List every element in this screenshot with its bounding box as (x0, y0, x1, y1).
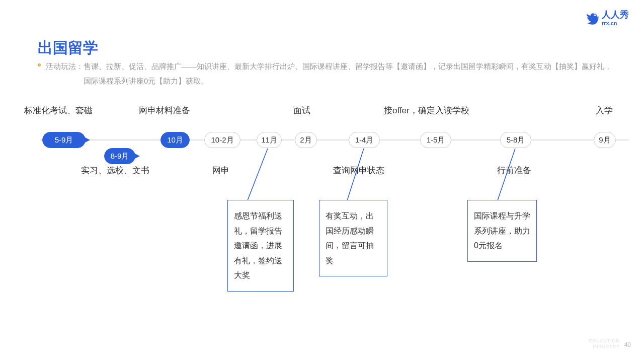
footer-line-1: EDUCATION (589, 338, 620, 344)
node-7: 1-4月 (349, 132, 380, 148)
bird-icon (586, 11, 600, 25)
node-9: 5-8月 (500, 132, 531, 148)
node-3: 10月 (160, 132, 190, 148)
callout-1: 感恩节福利送礼，留学报告邀请函，进展有礼，签约送大奖 (227, 200, 294, 292)
logo-sub-text: rrx.cn (602, 20, 629, 26)
top-label-5: 入学 (596, 105, 613, 116)
brand-logo: 人人秀 rrx.cn (586, 10, 629, 26)
node-8: 1-5月 (420, 132, 451, 148)
callout-2: 有奖互动，出国经历感动瞬间，留言可抽奖 (319, 200, 387, 276)
bottom-label-3: 查询网申状态 (333, 165, 384, 176)
node-5: 11月 (257, 132, 282, 148)
node-6: 2月 (295, 132, 317, 148)
footer-line-2: INDUSTRY (589, 344, 620, 350)
node-10: 9月 (594, 132, 616, 148)
page-number: 40 (624, 341, 631, 348)
bottom-label-1: 实习、选校、文书 (81, 165, 149, 176)
bullet-icon (38, 63, 41, 66)
callout-pointer-1 (245, 149, 279, 201)
top-label-2: 网申材料准备 (139, 105, 190, 116)
subtitle: 活动玩法： 售课、拉新、促活、品牌推广——知识讲座、最新大学排行出炉、国际课程讲… (38, 59, 614, 88)
callout-3: 国际课程与升学系列讲座，助力0元报名 (467, 200, 537, 262)
node-4: 10-2月 (204, 132, 240, 148)
logo-main-text: 人人秀 (602, 10, 629, 20)
bottom-label-2: 网申 (212, 165, 229, 176)
top-label-3: 面试 (293, 105, 310, 116)
top-label-4: 接offer，确定入读学校 (384, 105, 469, 116)
subtitle-label: 活动玩法： (46, 59, 84, 74)
top-label-1: 标准化考试、套磁 (24, 105, 93, 116)
svg-point-0 (594, 14, 596, 16)
node-1: 5-9月 (42, 132, 86, 148)
node-2: 8-9月 (104, 148, 135, 164)
bottom-label-4: 行前准备 (497, 165, 531, 176)
subtitle-text: 售课、拉新、促活、品牌推广——知识讲座、最新大学排行出炉、国际课程讲座、留学报告… (84, 59, 614, 88)
footer-text: EDUCATION INDUSTRY (589, 338, 620, 350)
timeline-line (40, 139, 629, 140)
page-title: 出国留学 (38, 38, 98, 58)
